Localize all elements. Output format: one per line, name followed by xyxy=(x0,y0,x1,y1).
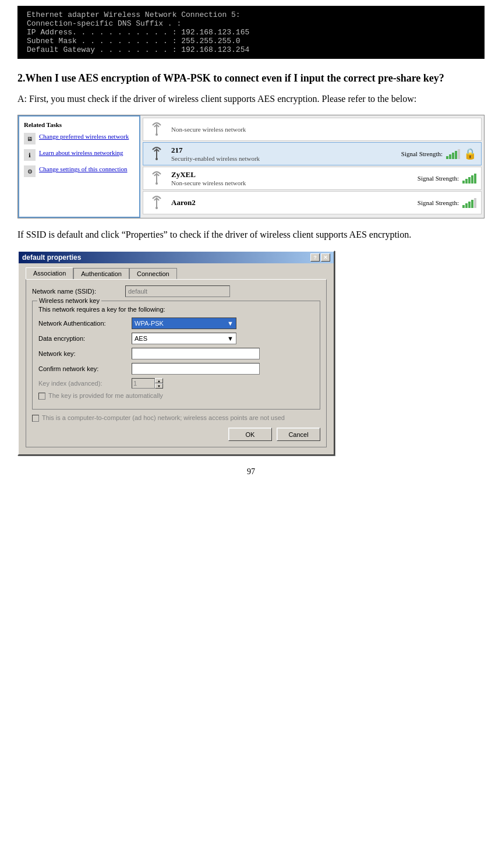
network-name-3: ZyXEL xyxy=(171,170,412,179)
terminal-line-4: Subnet Mask . . . . . . . . . . : 255.25… xyxy=(27,37,475,45)
bar-4 xyxy=(455,151,457,159)
link-change-preferred[interactable]: Change preferred wireless network xyxy=(39,133,129,140)
network-info-2: 217 Security-enabled wireless network xyxy=(171,146,395,162)
network-name-row: Network name (SSID): xyxy=(32,285,320,297)
auto-key-checkbox[interactable] xyxy=(38,393,45,400)
bar3-1 xyxy=(462,181,465,184)
checkbox-auto-key-row: The key is provided for me automatically xyxy=(38,392,314,400)
link-change-settings[interactable]: Change settings of this connection xyxy=(39,165,128,172)
network-name-input[interactable] xyxy=(125,285,230,297)
cancel-button[interactable]: Cancel xyxy=(277,428,320,441)
network-row-1[interactable]: Non-secure wireless network xyxy=(143,118,482,141)
close-button[interactable]: ✕ xyxy=(321,253,330,262)
bar-1 xyxy=(446,156,448,159)
left-item-3: ⚙ Change settings of this connection xyxy=(24,165,135,177)
terminal-line-2: Connection-specific DNS Suffix . : xyxy=(27,19,475,28)
antenna-icon-4 xyxy=(148,194,165,211)
enc-select[interactable]: AES ▼ xyxy=(132,333,236,344)
signal-bars-2 xyxy=(446,149,460,159)
bar4-1 xyxy=(462,205,465,208)
auth-row: Network Authentication: WPA-PSK ▼ xyxy=(38,317,314,329)
enc-dropdown-arrow: ▼ xyxy=(227,335,234,342)
link-learn-wireless[interactable]: Learn about wireless networking xyxy=(39,149,123,156)
tab-row: Association Authentication Connection xyxy=(26,268,327,279)
antenna-icon-2 xyxy=(148,145,165,163)
signal-bars-3 xyxy=(462,173,476,184)
help-button[interactable]: ? xyxy=(310,253,320,262)
wireless-left-panel: Related Tasks 🖥 Change preferred wireles… xyxy=(18,115,140,218)
signal-area-2: Signal Strength: 🔒 xyxy=(401,147,476,160)
svg-point-0 xyxy=(155,133,158,136)
network-row-3[interactable]: ZyXEL Non-secure wireless network Signal… xyxy=(143,167,482,190)
network-row-2[interactable]: 217 Security-enabled wireless network Si… xyxy=(143,142,482,165)
signal-label-4: Signal Strength: xyxy=(418,199,459,206)
groupbox-title: Wireless network key xyxy=(37,297,101,304)
network-key-input[interactable] xyxy=(132,348,260,359)
dialog-wrapper: default properties ? ✕ Association Authe… xyxy=(17,250,485,456)
tab-association[interactable]: Association xyxy=(26,267,73,279)
bar3-2 xyxy=(465,179,468,184)
network-name-2: 217 xyxy=(171,146,395,155)
left-item-2: ℹ Learn about wireless networking xyxy=(24,149,135,161)
tab-body-association: Network name (SSID): Wireless network ke… xyxy=(26,279,327,447)
network-key-row: Network key: xyxy=(38,348,314,359)
terminal-line-5: Default Gateway . . . . . . . . : 192.16… xyxy=(27,45,475,54)
network-type-3: Non-secure wireless network xyxy=(171,179,412,186)
bar3-5 xyxy=(474,174,476,184)
bar-5 xyxy=(458,149,460,159)
page-number: 97 xyxy=(17,467,485,477)
network-label-1: Non-secure wireless network xyxy=(171,126,476,133)
dialog-buttons: OK Cancel xyxy=(32,428,320,441)
adhoc-checkbox[interactable] xyxy=(32,415,39,422)
signal-bars-4 xyxy=(462,197,476,208)
key-index-label: Key index (advanced): xyxy=(38,380,132,387)
enc-row: Data encryption: AES ▼ xyxy=(38,333,314,344)
confirm-key-input[interactable] xyxy=(132,363,260,375)
signal-area-4: Signal Strength: xyxy=(418,197,476,208)
bar4-2 xyxy=(465,203,468,208)
network-row-4[interactable]: Aaron2 Signal Strength: xyxy=(143,191,482,214)
key-index-spinner: ▲ ▼ xyxy=(132,378,163,389)
dialog-titlebar: default properties ? ✕ xyxy=(19,252,334,263)
bar-2 xyxy=(449,154,451,159)
ok-button[interactable]: OK xyxy=(228,428,272,441)
bar4-5 xyxy=(474,198,476,208)
auth-dropdown-arrow: ▼ xyxy=(227,320,234,327)
confirm-key-row: Confirm network key: xyxy=(38,363,314,375)
signal-label-3: Signal Strength: xyxy=(418,175,459,182)
spinner-down[interactable]: ▼ xyxy=(155,383,163,389)
bar3-3 xyxy=(468,177,471,184)
wireless-key-groupbox: Wireless network key This network requir… xyxy=(32,301,320,410)
bar3-4 xyxy=(471,175,473,184)
tab-connection[interactable]: Connection xyxy=(129,268,177,279)
dialog-content: Association Authentication Connection Ne… xyxy=(19,263,334,454)
settings-icon: ⚙ xyxy=(24,165,36,177)
confirm-key-label: Confirm network key: xyxy=(38,365,132,372)
tab-authentication[interactable]: Authentication xyxy=(73,268,129,279)
left-item-1: 🖥 Change preferred wireless network xyxy=(24,133,135,144)
auth-select-wrapper: WPA-PSK ▼ xyxy=(132,317,236,329)
signal-area-3: Signal Strength: xyxy=(418,173,476,184)
key-index-input[interactable] xyxy=(132,378,155,389)
body-text-2: If SSID is default and click “Properties… xyxy=(17,227,485,242)
spinner-up[interactable]: ▲ xyxy=(155,378,163,383)
monitor-icon: 🖥 xyxy=(24,133,36,144)
bar-3 xyxy=(452,153,454,159)
key-index-row: Key index (advanced): ▲ ▼ xyxy=(38,378,314,389)
bar4-3 xyxy=(468,202,471,208)
terminal-line-3: IP Address. . . . . . . . . . . : 192.16… xyxy=(27,28,475,37)
enc-select-wrapper: AES ▼ xyxy=(132,333,236,344)
related-tasks-title: Related Tasks xyxy=(24,121,135,128)
svg-point-2 xyxy=(155,182,158,185)
auth-select[interactable]: WPA-PSK ▼ xyxy=(132,317,236,329)
network-name-label: Network name (SSID): xyxy=(32,288,125,295)
titlebar-buttons: ? ✕ xyxy=(310,253,330,262)
network-name-4: Aaron2 xyxy=(171,198,412,207)
antenna-icon-1 xyxy=(148,121,165,138)
checkbox-adhoc-row: This is a computer-to-computer (ad hoc) … xyxy=(32,414,320,422)
wireless-network-screenshot: Related Tasks 🖥 Change preferred wireles… xyxy=(17,115,485,218)
lock-icon: 🔒 xyxy=(464,147,476,160)
terminal-block: Ethernet adapter Wireless Network Connec… xyxy=(17,6,485,59)
network-info-1: Non-secure wireless network xyxy=(171,126,476,133)
wireless-right-panel: Non-secure wireless network 217 Security… xyxy=(140,115,484,218)
